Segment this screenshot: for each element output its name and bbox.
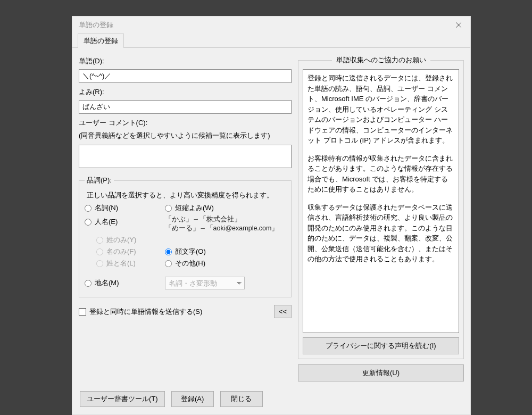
collapse-button[interactable]: << [274,305,292,318]
user-dictionary-tool-button[interactable]: ユーザー辞書ツール(T) [80,391,165,407]
radio-short-reading[interactable]: 短縮よみ(W) [165,203,286,213]
window-title: 単語の登録 [79,20,113,30]
left-column: 単語(D): よみ(R): ユーザー コメント(C): (同音異義語などを選択し… [79,55,292,381]
register-button[interactable]: 登録(A) [171,391,214,407]
radio-both-names[interactable]: 姓と名(L) [96,259,162,268]
comment-label: ユーザー コメント(C): [79,118,292,128]
dialog-footer: ユーザー辞書ツール(T) 登録(A) 閉じる [72,386,470,414]
close-icon[interactable] [447,16,470,34]
short-reading-examples: 「かぶ」→「株式会社」 「めーる」→「aoki@example.com」 [165,215,286,233]
part-of-speech-group: 品詞(P): 正しい品詞を選択すると、より高い変換精度を得られます。 名詞(N)… [79,176,292,297]
radio-kaomoji[interactable]: 顔文字(O) [165,247,286,256]
consent-legend: 単語収集へのご協力のお願い [332,55,430,65]
close-button[interactable]: 閉じる [220,391,263,407]
consent-para-3: 収集するデータは保護されたデータベースに送信され、言語解析技術の研究、より良い製… [307,202,454,264]
checkbox-icon [79,308,86,316]
subtype-select[interactable]: 名詞・さ変形動 [165,277,245,289]
radio-given-only[interactable]: 名のみ(F) [96,247,162,256]
privacy-statement-button[interactable]: プライバシーに関する声明を読む(I) [303,337,459,354]
word-label: 単語(D): [79,56,292,66]
consent-para-1: 登録と同時に送信されるデータには、登録された単語の読み、語句、品詞、ユーザー コ… [307,73,454,146]
radio-noun[interactable]: 名詞(N) [85,203,162,213]
radio-surname-only[interactable]: 姓のみ(Y) [96,235,162,245]
radio-place-name[interactable]: 地名(M) [85,278,162,288]
radio-person-name[interactable]: 人名(E) [85,217,162,227]
comment-input[interactable] [79,145,292,168]
reading-label: よみ(R): [79,87,292,97]
word-register-dialog: 単語の登録 単語の登録 単語(D): よみ(R): ユーザー コメント(C): … [72,16,471,415]
tabstrip: 単語の登録 [72,34,470,48]
titlebar: 単語の登録 [72,16,470,34]
send-on-register-checkbox[interactable]: 登録と同時に単語情報を送信する(S) [79,307,202,317]
update-info-button[interactable]: 更新情報(U) [298,364,464,381]
comment-hint: (同音異義語などを選択しやすいように候補一覧に表示します) [79,131,292,140]
radio-other[interactable]: その他(H) [165,259,286,268]
tab-word-register[interactable]: 単語の登録 [78,34,124,48]
consent-para-2: お客様特有の情報が収集されたデータに含まれることがあります。このような情報が存在… [307,153,454,195]
consent-group: 単語収集へのご協力のお願い 登録と同時に送信されるデータには、登録された単語の読… [298,55,464,359]
reading-input[interactable] [79,100,292,114]
consent-text-box[interactable]: 登録と同時に送信されるデータには、登録された単語の読み、語句、品詞、ユーザー コ… [303,69,459,333]
pos-instruction: 正しい品詞を選択すると、より高い変換精度を得られます。 [87,190,286,200]
pos-legend: 品詞(P): [85,176,114,185]
right-column: 単語収集へのご協力のお願い 登録と同時に送信されるデータには、登録された単語の読… [298,55,464,381]
word-input[interactable] [79,69,292,83]
